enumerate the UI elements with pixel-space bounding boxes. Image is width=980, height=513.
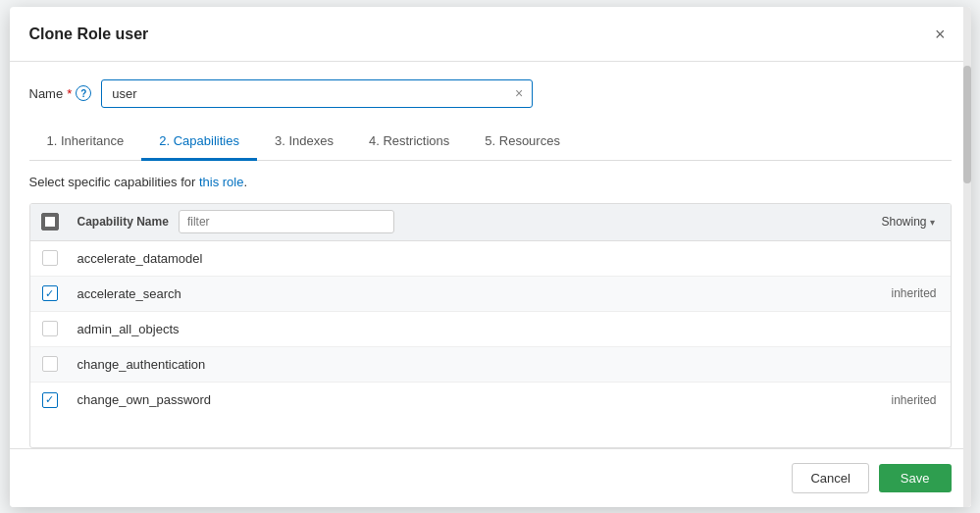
name-input[interactable] <box>101 79 533 108</box>
chevron-down-icon: ▾ <box>930 217 935 228</box>
row-checkbox-cell[interactable] <box>30 356 70 372</box>
row-capability-name: admin_all_objects <box>70 322 852 336</box>
row-checkbox[interactable] <box>42 321 58 336</box>
row-capability-name: change_own_password <box>70 392 852 407</box>
tabs-container: 1. Inheritance 2. Capabilities 3. Indexe… <box>29 126 952 161</box>
name-input-wrap: × <box>101 79 533 108</box>
name-label: Name * ? <box>29 85 92 101</box>
scrollbar-thumb[interactable] <box>963 66 971 183</box>
dialog-header: Clone Role user × <box>10 7 971 62</box>
table-row: admin_all_objects <box>30 312 951 347</box>
cancel-button[interactable]: Cancel <box>792 463 868 493</box>
table-header: Capability Name Showing ▾ <box>30 204 951 241</box>
close-button[interactable]: × <box>929 23 952 47</box>
select-all-icon[interactable] <box>41 213 59 231</box>
dialog-title: Clone Role user <box>29 26 149 43</box>
capabilities-table: Capability Name Showing ▾ accelerate_dat… <box>29 203 952 448</box>
select-all-cell[interactable] <box>30 213 70 231</box>
tab-indexes[interactable]: 3. Indexes <box>257 126 351 161</box>
tab-inheritance[interactable]: 1. Inheritance <box>29 126 142 161</box>
row-checkbox[interactable] <box>42 392 58 408</box>
table-row: change_own_password inherited <box>30 383 951 418</box>
row-capability-name: accelerate_datamodel <box>70 251 852 266</box>
name-clear-button[interactable]: × <box>513 83 525 103</box>
row-checkbox[interactable] <box>42 250 58 266</box>
clone-role-dialog: Clone Role user × Name * ? × 1. Inherita… <box>10 7 971 507</box>
showing-button[interactable]: Showing ▾ <box>873 211 942 232</box>
capability-name-header: Capability Name <box>77 215 169 229</box>
scrollbar[interactable] <box>963 7 971 507</box>
row-checkbox[interactable] <box>42 285 58 301</box>
tab-restrictions[interactable]: 4. Restrictions <box>351 126 467 161</box>
name-row: Name * ? × <box>29 79 952 108</box>
dialog-body: Name * ? × 1. Inheritance 2. Capabilitie… <box>10 62 971 448</box>
save-button[interactable]: Save <box>879 464 952 492</box>
row-status: inherited <box>852 286 951 300</box>
table-body: accelerate_datamodel accelerate_search i… <box>30 241 951 447</box>
filter-input[interactable] <box>179 210 394 233</box>
section-description: Select specific capabilities for this ro… <box>29 175 952 189</box>
row-checkbox-cell[interactable] <box>30 321 70 336</box>
table-row: accelerate_search inherited <box>30 277 951 312</box>
info-icon: ? <box>76 85 91 101</box>
tab-resources[interactable]: 5. Resources <box>467 126 578 161</box>
tab-capabilities[interactable]: 2. Capabilities <box>141 126 257 161</box>
table-row: accelerate_datamodel <box>30 241 951 277</box>
row-checkbox-cell[interactable] <box>30 250 70 266</box>
row-capability-name: accelerate_search <box>70 286 852 301</box>
row-checkbox-cell[interactable] <box>30 285 70 301</box>
select-all-inner <box>45 217 55 227</box>
row-checkbox[interactable] <box>42 356 58 372</box>
required-marker: * <box>67 86 72 101</box>
row-capability-name: change_authentication <box>70 357 852 372</box>
table-row: change_authentication <box>30 347 951 383</box>
row-status: inherited <box>852 393 951 407</box>
header-name-cell: Capability Name <box>70 210 874 233</box>
row-checkbox-cell[interactable] <box>30 392 70 408</box>
dialog-footer: Cancel Save <box>10 448 971 507</box>
